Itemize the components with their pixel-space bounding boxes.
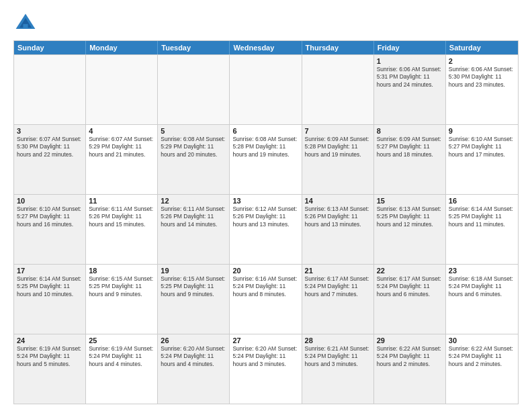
day-number: 14 bbox=[305, 197, 371, 205]
day-number: 10 bbox=[17, 197, 83, 205]
day-info: Sunrise: 6:15 AM Sunset: 5:25 PM Dayligh… bbox=[89, 275, 154, 298]
day-info: Sunrise: 6:16 AM Sunset: 5:24 PM Dayligh… bbox=[232, 275, 298, 298]
day-cell-15: 15Sunrise: 6:13 AM Sunset: 5:25 PM Dayli… bbox=[374, 195, 446, 264]
day-info: Sunrise: 6:06 AM Sunset: 5:31 PM Dayligh… bbox=[377, 66, 443, 89]
day-number: 17 bbox=[17, 267, 83, 275]
logo bbox=[13, 11, 40, 35]
page: SundayMondayTuesdayWednesdayThursdayFrid… bbox=[0, 0, 532, 411]
day-cell-28: 28Sunrise: 6:21 AM Sunset: 5:24 PM Dayli… bbox=[302, 334, 374, 404]
calendar-row-1: 3Sunrise: 6:07 AM Sunset: 5:30 PM Daylig… bbox=[14, 124, 518, 194]
day-number: 23 bbox=[449, 267, 515, 275]
day-info: Sunrise: 6:12 AM Sunset: 5:26 PM Dayligh… bbox=[232, 205, 298, 228]
day-cell-30: 30Sunrise: 6:22 AM Sunset: 5:24 PM Dayli… bbox=[446, 334, 518, 404]
day-number: 27 bbox=[232, 336, 298, 345]
day-info: Sunrise: 6:20 AM Sunset: 5:24 PM Dayligh… bbox=[161, 345, 226, 368]
day-cell-29: 29Sunrise: 6:22 AM Sunset: 5:24 PM Dayli… bbox=[374, 334, 446, 404]
day-number: 13 bbox=[232, 197, 298, 205]
day-number: 28 bbox=[305, 336, 371, 345]
day-number: 4 bbox=[89, 127, 154, 135]
day-info: Sunrise: 6:15 AM Sunset: 5:25 PM Dayligh… bbox=[161, 275, 226, 298]
day-cell-18: 18Sunrise: 6:15 AM Sunset: 5:25 PM Dayli… bbox=[86, 265, 158, 334]
day-info: Sunrise: 6:09 AM Sunset: 5:27 PM Dayligh… bbox=[377, 136, 443, 158]
day-info: Sunrise: 6:08 AM Sunset: 5:29 PM Dayligh… bbox=[161, 136, 226, 158]
day-info: Sunrise: 6:22 AM Sunset: 5:24 PM Dayligh… bbox=[377, 345, 443, 368]
day-number: 5 bbox=[161, 127, 226, 135]
day-cell-14: 14Sunrise: 6:13 AM Sunset: 5:26 PM Dayli… bbox=[302, 195, 374, 264]
weekday-header-wednesday: Wednesday bbox=[230, 41, 302, 54]
day-number: 21 bbox=[305, 267, 371, 275]
day-cell-11: 11Sunrise: 6:11 AM Sunset: 5:26 PM Dayli… bbox=[86, 195, 158, 264]
day-info: Sunrise: 6:19 AM Sunset: 5:24 PM Dayligh… bbox=[17, 345, 83, 368]
day-number: 24 bbox=[17, 336, 83, 345]
day-cell-12: 12Sunrise: 6:11 AM Sunset: 5:26 PM Dayli… bbox=[158, 195, 230, 264]
day-info: Sunrise: 6:14 AM Sunset: 5:25 PM Dayligh… bbox=[449, 205, 515, 228]
day-number: 11 bbox=[89, 197, 154, 205]
day-info: Sunrise: 6:11 AM Sunset: 5:26 PM Dayligh… bbox=[89, 205, 154, 228]
day-cell-8: 8Sunrise: 6:09 AM Sunset: 5:27 PM Daylig… bbox=[374, 125, 446, 194]
weekday-header-tuesday: Tuesday bbox=[158, 41, 230, 54]
day-cell-4: 4Sunrise: 6:07 AM Sunset: 5:29 PM Daylig… bbox=[86, 125, 158, 194]
day-info: Sunrise: 6:22 AM Sunset: 5:24 PM Dayligh… bbox=[449, 345, 515, 368]
day-number: 29 bbox=[377, 336, 443, 345]
header bbox=[13, 11, 519, 35]
day-info: Sunrise: 6:21 AM Sunset: 5:24 PM Dayligh… bbox=[305, 345, 371, 368]
weekday-header-friday: Friday bbox=[374, 41, 446, 54]
weekday-header-thursday: Thursday bbox=[302, 41, 374, 54]
day-number: 3 bbox=[17, 127, 83, 135]
day-info: Sunrise: 6:06 AM Sunset: 5:30 PM Dayligh… bbox=[449, 66, 515, 89]
day-number: 15 bbox=[377, 197, 443, 205]
day-number: 7 bbox=[305, 127, 371, 135]
calendar: SundayMondayTuesdayWednesdayThursdayFrid… bbox=[13, 40, 519, 404]
day-cell-17: 17Sunrise: 6:14 AM Sunset: 5:25 PM Dayli… bbox=[14, 265, 86, 334]
day-cell-13: 13Sunrise: 6:12 AM Sunset: 5:26 PM Dayli… bbox=[230, 195, 302, 264]
day-cell-5: 5Sunrise: 6:08 AM Sunset: 5:29 PM Daylig… bbox=[158, 125, 230, 194]
day-info: Sunrise: 6:10 AM Sunset: 5:27 PM Dayligh… bbox=[449, 136, 515, 158]
empty-cell-0-3 bbox=[230, 55, 302, 124]
day-info: Sunrise: 6:20 AM Sunset: 5:24 PM Dayligh… bbox=[232, 345, 298, 368]
day-cell-21: 21Sunrise: 6:17 AM Sunset: 5:24 PM Dayli… bbox=[302, 265, 374, 334]
weekday-header-sunday: Sunday bbox=[14, 41, 86, 54]
day-cell-1: 1Sunrise: 6:06 AM Sunset: 5:31 PM Daylig… bbox=[374, 55, 446, 124]
day-info: Sunrise: 6:14 AM Sunset: 5:25 PM Dayligh… bbox=[17, 275, 83, 298]
day-cell-9: 9Sunrise: 6:10 AM Sunset: 5:27 PM Daylig… bbox=[446, 125, 518, 194]
day-cell-7: 7Sunrise: 6:09 AM Sunset: 5:28 PM Daylig… bbox=[302, 125, 374, 194]
svg-rect-2 bbox=[23, 24, 28, 29]
weekday-header-saturday: Saturday bbox=[446, 41, 518, 54]
day-info: Sunrise: 6:07 AM Sunset: 5:29 PM Dayligh… bbox=[89, 136, 154, 158]
day-number: 20 bbox=[232, 267, 298, 275]
day-cell-26: 26Sunrise: 6:20 AM Sunset: 5:24 PM Dayli… bbox=[158, 334, 230, 404]
calendar-row-3: 17Sunrise: 6:14 AM Sunset: 5:25 PM Dayli… bbox=[14, 264, 518, 334]
empty-cell-0-0 bbox=[14, 55, 86, 124]
day-cell-27: 27Sunrise: 6:20 AM Sunset: 5:24 PM Dayli… bbox=[230, 334, 302, 404]
day-info: Sunrise: 6:08 AM Sunset: 5:28 PM Dayligh… bbox=[232, 136, 298, 158]
calendar-row-4: 24Sunrise: 6:19 AM Sunset: 5:24 PM Dayli… bbox=[14, 334, 518, 404]
day-number: 8 bbox=[377, 127, 443, 135]
day-info: Sunrise: 6:17 AM Sunset: 5:24 PM Dayligh… bbox=[305, 275, 371, 298]
day-info: Sunrise: 6:07 AM Sunset: 5:30 PM Dayligh… bbox=[17, 136, 83, 158]
day-cell-6: 6Sunrise: 6:08 AM Sunset: 5:28 PM Daylig… bbox=[230, 125, 302, 194]
day-cell-22: 22Sunrise: 6:17 AM Sunset: 5:24 PM Dayli… bbox=[374, 265, 446, 334]
day-info: Sunrise: 6:13 AM Sunset: 5:26 PM Dayligh… bbox=[305, 205, 371, 228]
calendar-header: SundayMondayTuesdayWednesdayThursdayFrid… bbox=[14, 41, 518, 54]
day-info: Sunrise: 6:18 AM Sunset: 5:24 PM Dayligh… bbox=[449, 275, 515, 298]
day-number: 12 bbox=[161, 197, 226, 205]
day-number: 2 bbox=[449, 57, 515, 65]
day-cell-23: 23Sunrise: 6:18 AM Sunset: 5:24 PM Dayli… bbox=[446, 265, 518, 334]
day-cell-16: 16Sunrise: 6:14 AM Sunset: 5:25 PM Dayli… bbox=[446, 195, 518, 264]
logo-icon bbox=[13, 11, 38, 35]
empty-cell-0-2 bbox=[158, 55, 230, 124]
calendar-row-0: 1Sunrise: 6:06 AM Sunset: 5:31 PM Daylig… bbox=[14, 54, 518, 124]
day-number: 6 bbox=[232, 127, 298, 135]
day-number: 22 bbox=[377, 267, 443, 275]
day-cell-10: 10Sunrise: 6:10 AM Sunset: 5:27 PM Dayli… bbox=[14, 195, 86, 264]
day-number: 26 bbox=[161, 336, 226, 345]
day-number: 18 bbox=[89, 267, 154, 275]
day-cell-25: 25Sunrise: 6:19 AM Sunset: 5:24 PM Dayli… bbox=[86, 334, 158, 404]
day-number: 9 bbox=[449, 127, 515, 135]
calendar-row-2: 10Sunrise: 6:10 AM Sunset: 5:27 PM Dayli… bbox=[14, 194, 518, 264]
day-number: 25 bbox=[89, 336, 154, 345]
day-cell-3: 3Sunrise: 6:07 AM Sunset: 5:30 PM Daylig… bbox=[14, 125, 86, 194]
day-number: 30 bbox=[449, 336, 515, 345]
day-number: 1 bbox=[377, 57, 443, 65]
day-cell-2: 2Sunrise: 6:06 AM Sunset: 5:30 PM Daylig… bbox=[446, 55, 518, 124]
